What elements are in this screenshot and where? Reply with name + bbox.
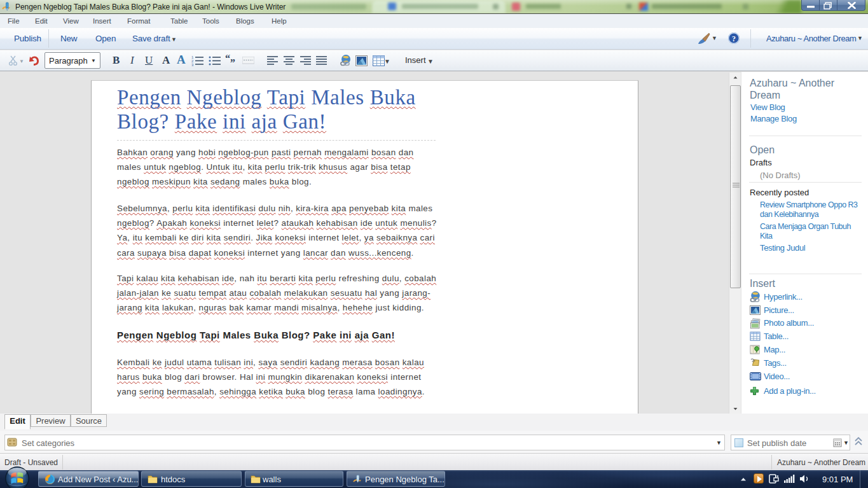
svg-text:3: 3 <box>191 63 194 66</box>
svg-text:?: ? <box>732 34 736 43</box>
